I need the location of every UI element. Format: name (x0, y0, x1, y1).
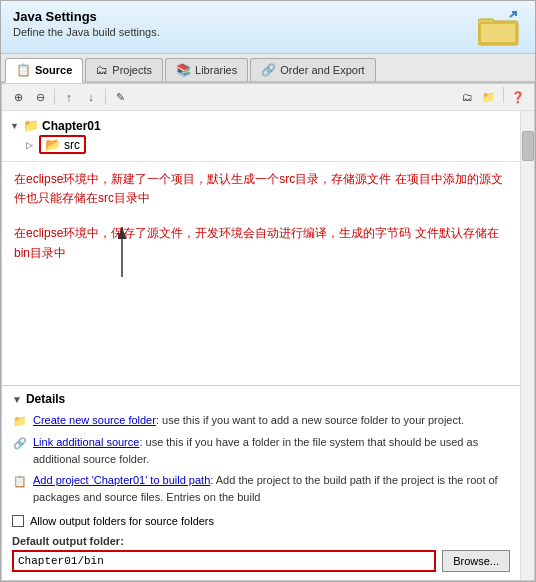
toolbar-separator-1 (54, 89, 55, 105)
remove-source-btn[interactable]: ⊖ (30, 87, 50, 107)
folder-svg-icon (478, 11, 520, 47)
details-section: ▼ Details 📁 Create new source folder: us… (2, 385, 520, 511)
tree-area: ▼ 📁 Chapter01 ▷ 📂 src (2, 111, 520, 162)
detail-link-2[interactable]: Link additional source (33, 436, 139, 448)
main-content: ▼ 📁 Chapter01 ▷ 📂 src 在eclipse环境中，新建了 (2, 111, 520, 580)
detail-icon-3: 📋 (12, 473, 28, 489)
details-content: 📁 Create new source folder: use this if … (12, 412, 510, 505)
tree-root-label: Chapter01 (42, 119, 101, 133)
info-text-area: 在eclipse环境中，新建了一个项目，默认生成一个src目录，存储源文件 在项… (2, 162, 520, 385)
scrollable-area: ▼ 📁 Chapter01 ▷ 📂 src 在eclipse环境中，新建了 (2, 111, 534, 580)
default-output-section: Default output folder: Browse... (2, 531, 520, 580)
scrollbar-thumb[interactable] (522, 131, 534, 161)
tree-expand-icon: ▼ (10, 121, 20, 131)
output-input-row: Browse... (12, 550, 510, 572)
allow-output-checkbox[interactable] (12, 515, 24, 527)
detail-item-2: 🔗 Link additional source: use this if yo… (12, 434, 510, 467)
tree-src-item[interactable]: ▷ 📂 src (26, 134, 512, 155)
add-source-btn[interactable]: ⊕ (8, 87, 28, 107)
src-box: 📂 src (39, 135, 86, 154)
detail-link-1[interactable]: Create new source folder (33, 414, 156, 426)
detail-icon-2: 🔗 (12, 435, 28, 451)
window-subtitle: Define the Java build settings. (13, 26, 160, 38)
libraries-tab-icon: 📚 (176, 63, 191, 77)
detail-item-1: 📁 Create new source folder: use this if … (12, 412, 510, 429)
order-export-tab-icon: 🔗 (261, 63, 276, 77)
java-settings-window: Java Settings Define the Java build sett… (0, 0, 536, 582)
toolbar-separator-2 (105, 89, 106, 105)
window-header: Java Settings Define the Java build sett… (1, 1, 535, 54)
tree-src-expand-icon: ▷ (26, 140, 36, 150)
toolbar: ⊕ ⊖ ↑ ↓ ✎ 🗂 📁 ❓ (2, 84, 534, 111)
browse-button[interactable]: Browse... (442, 550, 510, 572)
detail-item-3: 📋 Add project 'Chapter01' to build path:… (12, 472, 510, 505)
src-folder-icon: 📂 (45, 137, 61, 152)
detail-suffix-1: : use this if you want to add a new sour… (156, 414, 464, 426)
projects-tab-icon: 🗂 (96, 63, 108, 77)
detail-text-3: Add project 'Chapter01' to build path: A… (33, 472, 510, 505)
move-down-btn[interactable]: ↓ (81, 87, 101, 107)
tab-source[interactable]: 📋 Source (5, 58, 83, 83)
edit-btn[interactable]: ✎ (110, 87, 130, 107)
tab-bar: 📋 Source 🗂 Projects 📚 Libraries 🔗 Order … (1, 54, 535, 83)
vertical-scrollbar[interactable] (520, 111, 534, 580)
details-header-label: Details (26, 392, 65, 406)
header-text: Java Settings Define the Java build sett… (13, 9, 160, 38)
help-btn[interactable]: ❓ (508, 87, 528, 107)
toolbar-separator-3 (503, 87, 504, 103)
output-folder-input[interactable] (12, 550, 436, 572)
src-label: src (64, 138, 80, 152)
tab-projects[interactable]: 🗂 Projects (85, 58, 163, 81)
detail-text-1: Create new source folder: use this if yo… (33, 412, 510, 429)
expand-all-btn[interactable]: 📁 (479, 87, 499, 107)
toolbar-right: 🗂 📁 ❓ (457, 87, 528, 107)
tab-order-export[interactable]: 🔗 Order and Export (250, 58, 375, 81)
move-up-btn[interactable]: ↑ (59, 87, 79, 107)
svg-rect-2 (480, 23, 516, 43)
info-text-2: 在eclipse环境中，保存了源文件，开发环境会自动进行编译，生成的字节码 文件… (14, 224, 508, 262)
tree-root-chapter01[interactable]: ▼ 📁 Chapter01 (10, 117, 512, 134)
tab-libraries-label: Libraries (195, 64, 237, 76)
header-folder-icon (475, 9, 523, 49)
details-header[interactable]: ▼ Details (12, 392, 510, 406)
tab-source-label: Source (35, 64, 72, 76)
window-title: Java Settings (13, 9, 160, 24)
details-toggle-icon: ▼ (12, 394, 22, 405)
detail-text-2: Link additional source: use this if you … (33, 434, 510, 467)
tab-order-export-label: Order and Export (280, 64, 364, 76)
tab-projects-label: Projects (112, 64, 152, 76)
info-text-1: 在eclipse环境中，新建了一个项目，默认生成一个src目录，存储源文件 在项… (14, 170, 508, 208)
content-area: ⊕ ⊖ ↑ ↓ ✎ 🗂 📁 ❓ ▼ 📁 Cha (1, 83, 535, 581)
detail-icon-1: 📁 (12, 413, 28, 429)
project-icon: 📁 (23, 118, 39, 133)
allow-output-label: Allow output folders for source folders (30, 515, 214, 527)
detail-link-3[interactable]: Add project 'Chapter01' to build path (33, 474, 210, 486)
allow-output-row: Allow output folders for source folders (2, 511, 520, 531)
collapse-all-btn[interactable]: 🗂 (457, 87, 477, 107)
default-output-label: Default output folder: (12, 535, 510, 547)
source-tab-icon: 📋 (16, 63, 31, 77)
tab-libraries[interactable]: 📚 Libraries (165, 58, 248, 81)
